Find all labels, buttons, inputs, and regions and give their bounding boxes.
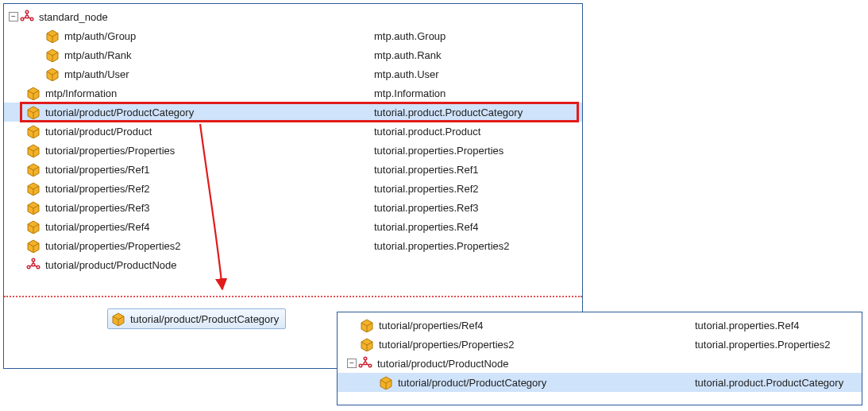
tree-item-value: mtp.auth.User bbox=[374, 68, 439, 80]
tree-item[interactable]: mtp/auth/User mtp.auth.User bbox=[4, 64, 582, 83]
tree-item-label: mtp/auth/Group bbox=[64, 30, 136, 42]
tree-root-row[interactable]: − standard_node bbox=[4, 7, 582, 26]
node-icon bbox=[26, 258, 41, 272]
tree-item[interactable]: tutorial/properties/Ref4 tutorial.proper… bbox=[4, 217, 582, 236]
tree-item-value: mtp.auth.Rank bbox=[374, 49, 442, 61]
tree-item-value: tutorial.properties.Ref2 bbox=[374, 183, 479, 195]
tree-item[interactable]: tutorial/properties/Properties tutorial.… bbox=[4, 141, 582, 160]
collapse-icon[interactable]: − bbox=[9, 12, 18, 21]
tree-item-label: tutorial/product/ProductNode bbox=[377, 358, 508, 370]
tree-item[interactable]: tutorial/properties/Ref2 tutorial.proper… bbox=[4, 179, 582, 198]
tree-item-label: tutorial/product/ProductCategory bbox=[45, 107, 194, 118]
tree-item-label: mtp/auth/Rank bbox=[64, 49, 132, 61]
tree-item-value: tutorial.properties.Ref4 bbox=[374, 221, 479, 233]
tree-item-label: mtp/auth/User bbox=[64, 68, 129, 80]
tree-item[interactable]: tutorial/properties/Ref3 tutorial.proper… bbox=[4, 198, 582, 217]
tree-item[interactable]: mtp/Information mtp.Information bbox=[4, 83, 582, 103]
tree-item[interactable]: tutorial/properties/Ref4 tutorial.proper… bbox=[338, 316, 862, 335]
tree-panel-secondary: tutorial/properties/Ref4 tutorial.proper… bbox=[337, 312, 862, 405]
drop-indicator bbox=[4, 296, 582, 297]
package-icon bbox=[26, 86, 41, 100]
tree-item-value: tutorial.product.Product bbox=[374, 126, 480, 138]
tree-item-value: mtp.auth.Group bbox=[374, 30, 446, 42]
drag-ghost[interactable]: tutorial/product/ProductCategory bbox=[107, 308, 286, 329]
drag-ghost-label: tutorial/product/ProductCategory bbox=[130, 313, 279, 325]
package-icon bbox=[379, 375, 393, 390]
tree-item-productnode[interactable]: − tutorial/product/ProductNode bbox=[338, 354, 862, 373]
tree-item-label: tutorial/properties/Ref4 bbox=[379, 320, 484, 332]
package-icon bbox=[26, 181, 41, 196]
tree-item-label: tutorial/properties/Ref1 bbox=[45, 164, 150, 176]
collapse-icon[interactable]: − bbox=[347, 359, 357, 368]
tree-item-value: tutorial.properties.Properties2 bbox=[374, 240, 510, 252]
tree-item-value: tutorial.properties.Ref3 bbox=[374, 202, 479, 214]
tree-item[interactable]: mtp/auth/Group mtp.auth.Group bbox=[4, 26, 582, 45]
tree-item-label: tutorial/properties/Properties bbox=[45, 145, 175, 157]
tree-item-productcategory[interactable]: tutorial/product/ProductCategory tutoria… bbox=[4, 103, 582, 122]
tree-item-productnode[interactable]: tutorial/product/ProductNode bbox=[4, 255, 582, 274]
package-icon bbox=[360, 318, 374, 332]
tree-item-value: tutorial.properties.Ref4 bbox=[695, 320, 800, 332]
tree-item[interactable]: mtp/auth/Rank mtp.auth.Rank bbox=[4, 45, 582, 64]
svg-point-4 bbox=[32, 258, 35, 262]
tree-item-value: tutorial.product.ProductCategory bbox=[695, 377, 843, 389]
tree-item[interactable]: tutorial/properties/Properties2 tutorial… bbox=[338, 335, 862, 354]
package-icon bbox=[26, 200, 41, 215]
tree-item-label: tutorial/properties/Ref4 bbox=[45, 221, 150, 233]
package-icon bbox=[26, 219, 41, 234]
tree-item[interactable]: tutorial/product/Product tutorial.produc… bbox=[4, 122, 582, 141]
tree-item-value: tutorial.properties.Ref1 bbox=[374, 164, 479, 176]
svg-point-8 bbox=[364, 357, 367, 360]
package-icon bbox=[111, 312, 125, 326]
package-icon bbox=[45, 48, 60, 62]
tree-item[interactable]: tutorial/properties/Ref1 tutorial.proper… bbox=[4, 160, 582, 179]
tree-item-value: tutorial.product.ProductCategory bbox=[374, 107, 523, 118]
tree-item-label: tutorial/properties/Properties2 bbox=[45, 240, 181, 252]
tree-item-productcategory[interactable]: tutorial/product/ProductCategory tutoria… bbox=[338, 373, 862, 392]
package-icon bbox=[26, 143, 41, 157]
tree-item-value: mtp.Information bbox=[374, 87, 446, 99]
package-icon bbox=[26, 162, 41, 176]
tree-item-label: tutorial/product/ProductNode bbox=[45, 259, 176, 271]
package-icon bbox=[360, 337, 374, 351]
tree-root-label: standard_node bbox=[39, 11, 108, 23]
tree-item-value: tutorial.properties.Properties bbox=[374, 145, 503, 157]
tree-item-label: tutorial/properties/Properties2 bbox=[379, 339, 515, 351]
tree-item-label: tutorial/product/ProductCategory bbox=[398, 377, 546, 389]
tree-item-label: tutorial/properties/Ref2 bbox=[45, 183, 150, 195]
package-icon bbox=[26, 105, 41, 119]
tree-item-label: tutorial/product/Product bbox=[45, 126, 152, 138]
package-icon bbox=[45, 29, 60, 43]
tree-item[interactable]: tutorial/properties/Properties2 tutorial… bbox=[4, 236, 582, 255]
node-icon bbox=[358, 356, 372, 370]
package-icon bbox=[26, 124, 41, 138]
package-icon bbox=[26, 238, 41, 253]
tree-item-label: tutorial/properties/Ref3 bbox=[45, 202, 150, 214]
package-icon bbox=[45, 67, 60, 81]
tree-item-value: tutorial.properties.Properties2 bbox=[695, 339, 831, 351]
node-icon bbox=[20, 10, 34, 24]
tree-item-label: mtp/Information bbox=[45, 87, 117, 99]
svg-point-0 bbox=[25, 10, 29, 14]
